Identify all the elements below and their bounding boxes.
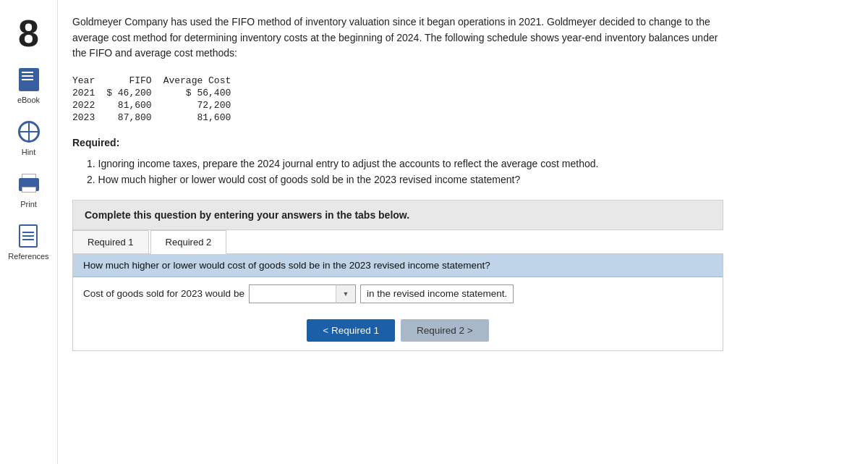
avg-2023: 81,600 [163, 111, 243, 124]
answer-input-wrapper [249, 284, 356, 303]
print-label: Print [20, 200, 37, 208]
references-icon [19, 224, 38, 248]
fifo-2022: 81,600 [106, 99, 163, 111]
answer-suffix: in the revised income statement. [360, 284, 514, 303]
print-icon-box [16, 171, 42, 197]
year-2023: 2023 [72, 111, 106, 124]
year-2021: 2021 [72, 87, 106, 99]
ebook-label: eBook [17, 96, 40, 104]
sidebar-item-print[interactable]: Print [16, 171, 42, 208]
col-fifo: FIFO [106, 75, 163, 87]
sidebar-item-hint[interactable]: Hint [16, 119, 42, 156]
nav-buttons: < Required 1 Required 2 > [73, 311, 723, 350]
table-row: 2023 87,800 81,600 [72, 111, 242, 124]
table-row: 2022 81,600 72,200 [72, 99, 242, 111]
required-label: Required: [72, 137, 846, 148]
sidebar: 8 eBook Hint Print [0, 0, 58, 464]
back-button-label: < Required 1 [323, 325, 379, 336]
answer-input[interactable] [249, 284, 336, 303]
main-content: Goldmeyer Company has used the FIFO meth… [58, 0, 868, 464]
references-icon-box [15, 223, 41, 249]
answer-dropdown-button[interactable] [336, 284, 356, 303]
col-year: Year [72, 75, 106, 87]
avg-2021: $ 56,400 [163, 87, 243, 99]
tab-content: How much higher or lower would cost of g… [72, 253, 723, 351]
tab-required1[interactable]: Required 1 [72, 230, 149, 254]
year-2022: 2022 [72, 99, 106, 111]
table-row: 2021 $ 46,200 $ 56,400 [72, 87, 242, 99]
hint-icon [18, 121, 40, 143]
fifo-2023: 87,800 [106, 111, 163, 124]
tab-required2[interactable]: Required 2 [150, 230, 227, 254]
sidebar-item-references[interactable]: References [8, 223, 48, 261]
print-icon [19, 174, 39, 194]
instructions: 1. Ignoring income taxes, prepare the 20… [72, 156, 723, 188]
ebook-icon-box [16, 67, 42, 93]
references-label: References [8, 252, 48, 261]
fifo-2021: $ 46,200 [106, 87, 163, 99]
question-number: 8 [18, 7, 39, 52]
tabs-container: Required 1 Required 2 [72, 230, 723, 254]
col-avgcost: Average Cost [163, 75, 243, 87]
tab-content-header: How much higher or lower would cost of g… [73, 254, 723, 277]
sidebar-item-ebook[interactable]: eBook [16, 67, 42, 104]
forward-button[interactable]: Required 2 > [401, 319, 489, 342]
instruction-1: 1. Ignoring income taxes, prepare the 20… [87, 156, 723, 172]
hint-icon-box [16, 119, 42, 145]
inventory-table: Year FIFO Average Cost 2021 $ 46,200 $ 5… [72, 75, 242, 124]
ebook-icon [19, 68, 39, 91]
back-button[interactable]: < Required 1 [307, 319, 395, 342]
answer-row: Cost of goods sold for 2023 would be in … [73, 277, 723, 311]
instruction-2: 2. How much higher or lower would cost o… [87, 172, 723, 187]
answer-prefix: Cost of goods sold for 2023 would be [83, 288, 244, 299]
forward-button-label: Required 2 > [417, 325, 473, 336]
hint-label: Hint [22, 148, 36, 156]
instruction-box: Complete this question by entering your … [72, 200, 723, 230]
avg-2022: 72,200 [163, 99, 243, 111]
problem-text: Goldmeyer Company has used the FIFO meth… [72, 14, 723, 62]
